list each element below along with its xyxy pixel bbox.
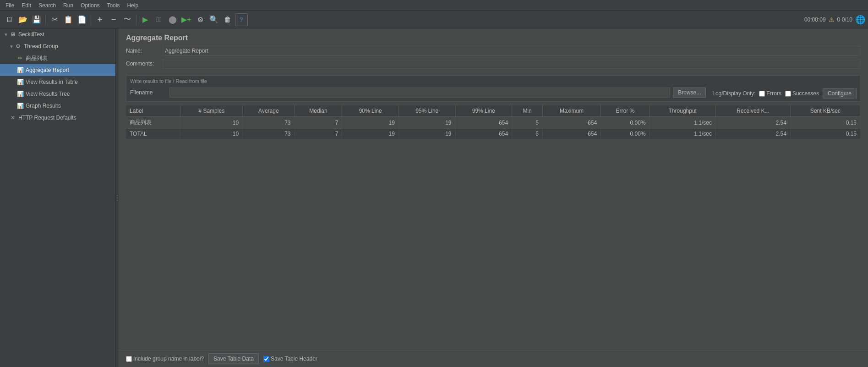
comments-input[interactable] <box>163 59 861 69</box>
content-panel: Aggregate Report Name: Comments: Write r… <box>119 28 868 367</box>
table-body: 商品列表10737191965456540.00%1.1/sec2.540.15… <box>126 117 861 139</box>
comments-row: Comments: <box>126 59 861 69</box>
drag-dot <box>117 197 118 198</box>
chart-icon: 📊 <box>16 102 24 110</box>
sidebar-item-threadgroup[interactable]: ▼ ⚙ Thread Group <box>0 40 115 52</box>
clear-button[interactable]: 〜 <box>121 13 134 26</box>
col-min: Min <box>512 105 543 117</box>
remote-stop-button[interactable]: ⊗ <box>194 13 207 26</box>
menu-options[interactable]: Options <box>77 1 103 10</box>
errors-checkbox-label[interactable]: Errors <box>759 90 781 97</box>
name-input[interactable] <box>163 46 861 56</box>
sidebar-item-aggregatereport[interactable]: 📊 Aggregate Report <box>0 64 115 76</box>
remote-run-button[interactable]: ▶+ <box>180 13 193 26</box>
table-cell: 1.1/sec <box>650 117 715 129</box>
expand-icon: ▼ <box>9 44 14 49</box>
save-table-data-button[interactable]: Save Table Data <box>208 353 259 364</box>
results-table-wrapper: Label # Samples Average Median 90% Line … <box>126 105 861 350</box>
run-button[interactable]: ▶ <box>139 13 152 26</box>
include-group-text: Include group name in label? <box>133 356 204 362</box>
table-cell: 654 <box>543 129 601 139</box>
save-header-label[interactable]: Save Table Header <box>263 356 317 362</box>
menu-run[interactable]: Run <box>60 1 77 10</box>
globe-icon: 🌐 <box>855 15 865 25</box>
sidebar-item-viewresultstree[interactable]: 📊 View Results Tree <box>0 88 115 100</box>
menu-search[interactable]: Search <box>35 1 60 10</box>
log-display-label: Log/Display Only: <box>712 90 755 97</box>
sidebar-item-goodslist[interactable]: ✏ 商品列表 <box>0 52 115 64</box>
configure-button[interactable]: Configure <box>823 88 857 99</box>
timer: 00:00:09 <box>804 16 826 23</box>
help-button[interactable]: ? <box>235 13 248 26</box>
separator-2 <box>91 15 91 25</box>
sidebar-item-label: Graph Results <box>26 103 61 109</box>
table-cell: 0.15 <box>790 117 860 129</box>
name-row: Name: <box>126 46 861 56</box>
col-throughput: Throughput <box>650 105 715 117</box>
sidebar-item-seckilltest[interactable]: ▼ 🖥 SeckillTest <box>0 28 115 40</box>
table-cell: 19 <box>399 129 455 139</box>
http-icon: ✕ <box>9 114 16 121</box>
cut-button[interactable]: ✂ <box>48 13 61 26</box>
table-row: TOTAL10737191965456540.00%1.1/sec2.540.1… <box>126 129 861 139</box>
col-received: Received K... <box>715 105 790 117</box>
menubar: File Edit Search Run Options Tools Help <box>0 0 868 11</box>
separator-3 <box>136 15 136 25</box>
sidebar-item-graphresults[interactable]: 📊 Graph Results <box>0 100 115 112</box>
drag-dot <box>117 195 118 196</box>
successes-label: Successes <box>792 90 819 97</box>
new-button[interactable]: 🖥 <box>3 13 16 26</box>
menu-edit[interactable]: Edit <box>18 1 35 10</box>
table-cell: 19 <box>342 129 399 139</box>
successes-checkbox[interactable] <box>785 91 791 97</box>
table-cell: 1.1/sec <box>650 129 715 139</box>
include-group-checkbox[interactable] <box>126 356 132 362</box>
remove-button[interactable]: − <box>107 13 120 26</box>
shutdown-button[interactable]: ⬤ <box>166 13 179 26</box>
bottom-bar: Include group name in label? Save Table … <box>119 350 868 367</box>
sidebar-item-label: View Results in Table <box>26 79 78 85</box>
save-header-checkbox[interactable] <box>263 356 269 362</box>
separator-1 <box>45 15 46 25</box>
table-cell: 5 <box>512 129 543 139</box>
drag-dot <box>117 200 118 201</box>
file-section-title: Write results to file / Read from file <box>130 78 857 84</box>
copy-button[interactable]: 📋 <box>62 13 75 26</box>
table-cell: 10 <box>180 117 243 129</box>
chart-icon: 📊 <box>16 78 24 86</box>
table-cell: 654 <box>455 117 512 129</box>
file-section: Write results to file / Read from file F… <box>126 75 861 102</box>
menu-file[interactable]: File <box>2 1 18 10</box>
open-button[interactable]: 📂 <box>16 13 29 26</box>
col-95line: 95% Line <box>399 105 455 117</box>
search-button[interactable]: 🔍 <box>207 13 220 26</box>
sidebar-item-label: HTTP Request Defaults <box>18 115 76 121</box>
sidebar-item-viewresultstable[interactable]: 📊 View Results in Table <box>0 76 115 88</box>
successes-checkbox-label[interactable]: Successes <box>785 90 819 97</box>
table-cell: 73 <box>243 129 295 139</box>
chart-icon: 📊 <box>16 66 24 74</box>
errors-checkbox[interactable] <box>759 91 765 97</box>
col-90line: 90% Line <box>342 105 399 117</box>
table-row: 商品列表10737191965456540.00%1.1/sec2.540.15 <box>126 117 861 129</box>
add-button[interactable]: + <box>93 13 106 26</box>
paste-button[interactable]: 📄 <box>76 13 88 26</box>
sample-count: 0 0/10 <box>837 16 852 23</box>
browse-button[interactable]: Browse... <box>673 88 706 98</box>
menu-tools[interactable]: Tools <box>103 1 123 10</box>
filename-label: Filename <box>130 89 167 96</box>
sidebar-item-label: 商品列表 <box>26 55 48 62</box>
table-cell: 5 <box>512 117 543 129</box>
col-errorpct: Error % <box>601 105 650 117</box>
filename-input[interactable] <box>169 88 670 98</box>
menu-help[interactable]: Help <box>123 1 142 10</box>
save-button[interactable]: 💾 <box>30 13 43 26</box>
table-cell: 73 <box>243 117 295 129</box>
sidebar-item-httpdefaults[interactable]: ✕ HTTP Request Defaults <box>0 112 115 124</box>
col-maximum: Maximum <box>543 105 601 117</box>
table-cell: 2.54 <box>715 117 790 129</box>
clear-all-button[interactable]: 🗑 <box>221 13 234 26</box>
form-area: Name: Comments: <box>119 46 868 75</box>
stop-button[interactable]: ▶⃣ <box>153 13 165 26</box>
include-group-label[interactable]: Include group name in label? <box>126 356 204 362</box>
